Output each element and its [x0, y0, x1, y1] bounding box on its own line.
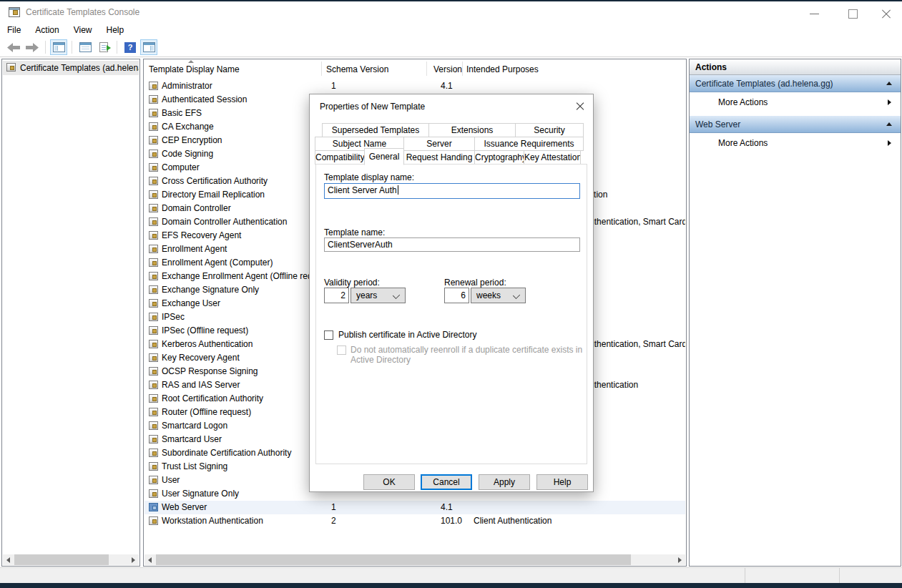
template-display-name: Directory Email Replication	[162, 190, 265, 200]
tab-issuance-requirements[interactable]: Issuance Requirements	[474, 137, 584, 151]
tab-request-handing[interactable]: Request Handing	[403, 150, 475, 165]
actions-section-header[interactable]: Web Server	[690, 116, 901, 133]
tab-key-attestation[interactable]: Key Attestation	[524, 150, 581, 165]
column-header-schema-version[interactable]: Schema Version	[326, 64, 388, 74]
more-actions-item[interactable]: More Actions	[690, 93, 901, 112]
tab-cryptography[interactable]: Cryptography	[474, 150, 524, 165]
intended-purposes: Client Authentication	[474, 516, 552, 526]
scroll-left-arrow[interactable]	[3, 554, 14, 565]
column-separator[interactable]	[462, 62, 463, 76]
back-button[interactable]	[5, 39, 22, 55]
column-header-version[interactable]: Version	[433, 64, 462, 74]
scrollbar-thumb[interactable]	[14, 554, 109, 565]
tab-security[interactable]: Security	[515, 123, 584, 137]
version: 4.1	[441, 81, 453, 91]
template-name-value: ClientServerAuth	[328, 240, 393, 250]
certificate-template-icon	[149, 313, 158, 321]
schema-version: 1	[331, 81, 336, 91]
show-action-pane-button[interactable]	[140, 39, 157, 55]
collapse-icon[interactable]	[886, 122, 892, 126]
template-row[interactable]: Workstation Authentication2101.0Client A…	[144, 514, 685, 528]
certificate-template-icon	[149, 285, 158, 294]
list-horizontal-scrollbar[interactable]	[144, 554, 685, 565]
template-display-name: Domain Controller Authentication	[162, 217, 287, 227]
properties-button[interactable]	[77, 39, 94, 55]
validity-period-label: Validity period:	[324, 278, 380, 288]
tree-item-certificate-templates[interactable]: Certificate Templates (ad.helena.gg)	[3, 61, 139, 75]
menu-action[interactable]: Action	[35, 25, 59, 35]
forward-button[interactable]	[24, 39, 41, 55]
template-display-name: Web Server	[162, 502, 207, 512]
tab-server[interactable]: Server	[403, 137, 475, 151]
dialog-close-icon[interactable]	[574, 100, 587, 113]
publish-checkbox[interactable]	[324, 330, 333, 340]
template-display-name: User Signature Only	[162, 489, 239, 499]
column-separator[interactable]	[321, 62, 322, 76]
validity-value-input[interactable]: 2	[324, 288, 349, 303]
scroll-left-arrow[interactable]	[144, 554, 156, 565]
tab-general[interactable]: General	[364, 148, 404, 165]
publish-checkbox-label: Publish certificate in Active Directory	[338, 330, 476, 340]
status-separator	[839, 568, 840, 584]
minimize-button[interactable]	[803, 6, 825, 21]
tab-compatibility[interactable]: Compatibility	[315, 150, 365, 165]
column-separator[interactable]	[426, 62, 427, 76]
renewal-unit-dropdown[interactable]: weeks	[471, 288, 526, 303]
apply-button[interactable]: Apply	[479, 474, 530, 490]
actions-section-header[interactable]: Certificate Templates (ad.helena.gg)	[690, 75, 901, 92]
menu-file[interactable]: File	[7, 25, 21, 35]
template-row[interactable]: Administrator14.1	[144, 79, 685, 93]
certificate-template-icon	[149, 516, 158, 525]
certificate-template-icon	[149, 190, 158, 199]
ok-button[interactable]: OK	[363, 474, 415, 490]
scroll-right-arrow[interactable]	[674, 554, 685, 565]
template-display-name: Domain Controller	[162, 203, 231, 213]
export-list-button[interactable]	[95, 39, 112, 55]
template-display-name: Exchange Enrollment Agent (Offline reque…	[162, 271, 331, 281]
tab-superseded-templates[interactable]: Superseded Templates	[322, 123, 429, 137]
column-header-intended-purposes[interactable]: Intended Purposes	[466, 64, 539, 74]
tab-row: CompatibilityGeneralRequest HandingCrypt…	[315, 150, 581, 165]
certificate-template-icon	[149, 462, 158, 471]
export-list-icon	[99, 42, 108, 52]
template-display-name: CEP Encryption	[162, 135, 222, 145]
template-row[interactable]: Web Server14.1	[144, 501, 685, 514]
display-name-input[interactable]: Client Server Auth	[324, 183, 580, 199]
more-actions-item[interactable]: More Actions	[690, 134, 901, 153]
menu-help[interactable]: Help	[107, 25, 124, 35]
template-display-name: Enrollment Agent (Computer)	[162, 258, 273, 268]
help-dialog-button[interactable]: Help	[536, 474, 588, 490]
column-header-template-display-name[interactable]: Template Display Name	[149, 64, 240, 74]
tab-row: Subject NameServerIssuance Requirements	[315, 137, 584, 151]
template-display-name: Computer	[162, 162, 200, 172]
template-display-name: Enrollment Agent	[162, 244, 227, 254]
template-display-name: Workstation Authentication	[162, 516, 263, 526]
help-icon	[124, 42, 136, 53]
certificate-template-icon	[149, 163, 158, 172]
certificate-template-icon	[149, 177, 158, 185]
template-name-input[interactable]: ClientServerAuth	[324, 237, 580, 252]
template-display-name: RAS and IAS Server	[162, 380, 240, 390]
validity-unit-dropdown[interactable]: years	[350, 288, 406, 303]
schema-version: 2	[331, 516, 336, 526]
sort-ascending-icon	[188, 60, 194, 63]
text-caret	[398, 185, 398, 195]
help-button[interactable]	[122, 39, 139, 55]
version: 101.0	[441, 516, 462, 526]
tree-horizontal-scrollbar[interactable]	[3, 554, 139, 565]
tab-extensions[interactable]: Extensions	[428, 123, 516, 137]
show-console-tree-button[interactable]	[50, 39, 67, 55]
cancel-button[interactable]: Cancel	[421, 474, 472, 490]
version: 4.1	[441, 502, 453, 512]
close-button[interactable]	[874, 6, 897, 21]
scroll-right-arrow[interactable]	[127, 554, 139, 565]
menu-view[interactable]: View	[74, 25, 92, 35]
renewal-value-input[interactable]: 6	[444, 288, 469, 303]
certificate-template-icon	[149, 272, 158, 280]
collapse-icon[interactable]	[886, 82, 892, 85]
scrollbar-thumb[interactable]	[156, 554, 631, 565]
certificate-template-icon	[149, 82, 158, 90]
maximize-button[interactable]	[841, 6, 864, 21]
actions-section-title: Web Server	[695, 119, 740, 129]
template-display-name: CA Exchange	[162, 122, 214, 132]
